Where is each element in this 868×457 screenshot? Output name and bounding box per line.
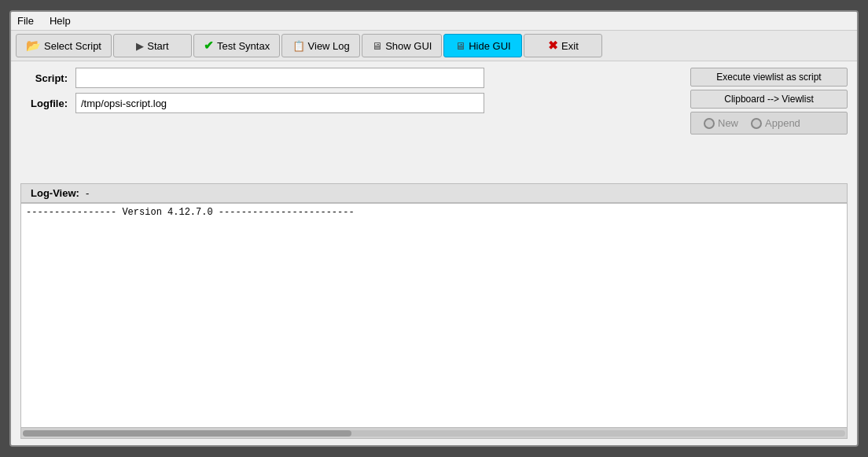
select-script-button[interactable]: 📂 Select Script bbox=[16, 34, 112, 57]
radio-new-label: New bbox=[718, 117, 738, 129]
test-syntax-button[interactable]: ✔ Test Syntax bbox=[193, 34, 280, 57]
log-area[interactable]: ---------------- Version 4.12.7.0 ------… bbox=[21, 204, 847, 427]
script-row: Script: bbox=[20, 68, 667, 88]
menu-file[interactable]: File bbox=[14, 13, 37, 28]
view-log-button[interactable]: 📋 View Log bbox=[281, 34, 360, 57]
log-area-wrapper: ---------------- Version 4.12.7.0 ------… bbox=[20, 203, 848, 439]
scrollbar-track bbox=[23, 430, 845, 437]
logfile-label: Logfile: bbox=[20, 98, 68, 109]
script-label: Script: bbox=[20, 72, 68, 84]
view-log-label: View Log bbox=[308, 40, 350, 52]
menu-help[interactable]: Help bbox=[46, 13, 74, 28]
monitor-icon: 🖥 bbox=[372, 40, 382, 52]
folder-icon: 📂 bbox=[26, 39, 41, 53]
test-syntax-label: Test Syntax bbox=[217, 40, 270, 52]
exit-icon: ✖ bbox=[548, 39, 558, 53]
log-view-dash: - bbox=[86, 187, 89, 199]
spacer bbox=[20, 139, 848, 179]
start-label: Start bbox=[147, 40, 168, 52]
horizontal-scrollbar[interactable] bbox=[21, 427, 847, 438]
execute-viewlist-button[interactable]: Execute viewlist as script bbox=[690, 68, 848, 87]
radio-new-circle bbox=[704, 118, 715, 129]
radio-group: New Append bbox=[690, 112, 848, 135]
form-section: Script: Logfile: Execute viewlist as scr… bbox=[20, 68, 848, 135]
radio-append-circle bbox=[751, 118, 762, 129]
hide-icon: 🖥 bbox=[455, 40, 465, 52]
show-gui-label: Show GUI bbox=[385, 40, 432, 52]
logfile-input[interactable] bbox=[75, 93, 484, 113]
main-window: File Help 📂 Select Script ▶ Start ✔ Test… bbox=[9, 10, 859, 447]
log-view-section: Log-View: - ---------------- Version 4.1… bbox=[20, 183, 848, 439]
main-content: Script: Logfile: Execute viewlist as scr… bbox=[11, 61, 857, 445]
scrollbar-thumb[interactable] bbox=[23, 430, 351, 437]
script-input[interactable] bbox=[75, 68, 484, 88]
log-view-label: Log-View: bbox=[31, 187, 79, 199]
logfile-row: Logfile: bbox=[20, 93, 667, 113]
toolbar: 📂 Select Script ▶ Start ✔ Test Syntax 📋 … bbox=[11, 31, 857, 61]
radio-new-option[interactable]: New bbox=[704, 117, 738, 129]
radio-append-label: Append bbox=[765, 117, 800, 129]
log-icon: 📋 bbox=[292, 40, 305, 52]
select-script-label: Select Script bbox=[44, 40, 101, 52]
right-panel: Execute viewlist as script Clipboard -->… bbox=[690, 68, 848, 135]
hide-gui-button[interactable]: 🖥 Hide GUI bbox=[443, 34, 522, 57]
radio-append-option[interactable]: Append bbox=[751, 117, 800, 129]
start-icon: ▶ bbox=[136, 40, 144, 52]
show-gui-button[interactable]: 🖥 Show GUI bbox=[362, 34, 442, 57]
exit-label: Exit bbox=[561, 40, 579, 52]
clipboard-viewlist-button[interactable]: Clipboard --> Viewlist bbox=[690, 90, 848, 109]
menubar: File Help bbox=[11, 12, 857, 31]
check-icon: ✔ bbox=[204, 39, 214, 53]
start-button[interactable]: ▶ Start bbox=[113, 34, 192, 57]
exit-button[interactable]: ✖ Exit bbox=[524, 34, 602, 57]
log-view-header: Log-View: - bbox=[20, 183, 848, 203]
form-fields: Script: Logfile: bbox=[20, 68, 667, 113]
hide-gui-label: Hide GUI bbox=[469, 40, 510, 52]
